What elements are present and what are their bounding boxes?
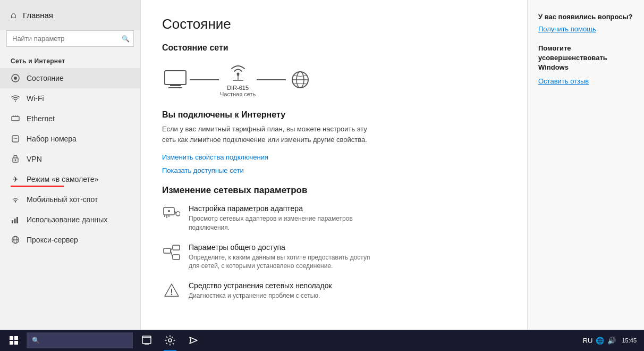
settings-item-sharing[interactable]: Параметры общего доступа Определите, к к… — [162, 243, 506, 271]
sidebar-item-datausage[interactable]: Использование данных — [0, 210, 140, 230]
help-link[interactable]: Получить помощь — [538, 25, 633, 33]
troubleshoot-title: Средство устранения сетевых неполадок — [189, 281, 332, 290]
search-icon: 🔍 — [122, 35, 130, 43]
language-icon: RU — [583, 337, 593, 345]
sidebar-item-proxy-label: Прокси-сервер — [27, 236, 78, 244]
airplane-icon: ✈ — [11, 175, 20, 183]
diagram-line-2 — [257, 79, 286, 80]
sidebar-item-status-label: Состояние — [27, 74, 64, 82]
svg-rect-2 — [12, 116, 19, 121]
connected-desc: Если у вас лимитный тарифный план, вы мо… — [162, 124, 375, 145]
svg-point-43 — [171, 294, 172, 295]
improve-title: Помогите усовершенствовать Windows — [538, 44, 633, 73]
sidebar-item-wifi-label: Wi-Fi — [27, 94, 44, 103]
sidebar-item-proxy[interactable]: Прокси-сервер — [0, 230, 140, 250]
taskbar-app-settings[interactable] — [158, 330, 182, 351]
svg-point-12 — [15, 201, 16, 203]
svg-point-33 — [168, 210, 170, 212]
right-panel: У вас появились вопросы? Получить помощь… — [527, 0, 644, 330]
underline-decoration — [11, 186, 64, 187]
settings-item-adapter[interactable]: Настройка параметров адаптера Просмотр с… — [162, 204, 506, 232]
taskbar: 🔍 RU 🌐 🔊 15:45 — [0, 330, 644, 351]
network-icon: 🌐 — [596, 337, 604, 345]
taskbar-apps — [135, 330, 581, 351]
sidebar-item-ethernet[interactable]: Ethernet — [0, 108, 140, 129]
sidebar-home-button[interactable]: ⌂ Главная — [0, 0, 140, 30]
svg-point-7 — [14, 138, 15, 139]
sidebar-item-datausage-label: Использование данных — [27, 215, 107, 224]
status-icon — [11, 74, 20, 82]
taskbar-clock: 15:45 — [622, 336, 637, 345]
svg-line-41 — [171, 250, 173, 257]
feedback-link[interactable]: Оставить отзыв — [538, 77, 633, 85]
settings-item-troubleshoot[interactable]: Средство устранения сетевых неполадок Ди… — [162, 281, 506, 300]
sidebar-item-vpn-label: VPN — [27, 155, 42, 163]
svg-point-8 — [15, 138, 16, 139]
adapter-icon — [162, 204, 181, 223]
network-diagram: DIR-615 Частная сеть — [162, 62, 506, 97]
diagram-computer — [162, 70, 189, 90]
change-connection-link[interactable]: Изменить свойства подключения — [162, 153, 506, 161]
search-input[interactable] — [6, 30, 134, 47]
sidebar-category-label: Сеть и Интернет — [0, 51, 140, 68]
sharing-icon — [162, 243, 181, 262]
taskbar-app-3[interactable] — [182, 330, 205, 351]
available-networks-link[interactable]: Показать доступные сети — [162, 166, 506, 174]
taskbar-time: 15:45 — [622, 336, 637, 345]
volume-icon: 🔊 — [607, 337, 616, 345]
sidebar-item-ethernet-label: Ethernet — [27, 114, 55, 123]
adapter-desc: Просмотр сетевых адаптеров и изменение п… — [189, 214, 380, 232]
taskbar-app-1[interactable] — [135, 330, 158, 351]
svg-rect-13 — [12, 220, 13, 223]
svg-rect-37 — [164, 248, 171, 253]
router-icon — [225, 62, 251, 82]
sharing-title: Параметры общего доступа — [189, 243, 380, 252]
page-title: Состояние — [162, 16, 506, 32]
diagram-line-1 — [190, 79, 219, 80]
diagram-router: DIR-615 Частная сеть — [220, 62, 256, 97]
sidebar: ⌂ Главная 🔍 Сеть и Интернет Состояние — [0, 0, 141, 330]
sidebar-item-status[interactable]: Состояние — [0, 68, 140, 88]
svg-rect-45 — [14, 336, 18, 340]
hotspot-icon — [11, 195, 20, 204]
proxy-icon — [11, 236, 20, 244]
change-settings-title: Изменение сетевых параметров — [162, 185, 506, 196]
taskbar-system-icons: RU 🌐 🔊 — [581, 337, 618, 345]
sidebar-item-dialup[interactable]: Набор номера — [0, 129, 140, 149]
troubleshoot-icon — [162, 281, 181, 300]
svg-rect-38 — [173, 245, 180, 250]
svg-point-9 — [16, 138, 18, 139]
sidebar-search-container: 🔍 — [6, 30, 134, 47]
sidebar-item-airplane-label: Режим «в самолете» — [27, 175, 98, 183]
sidebar-item-airplane[interactable]: ✈ Режим «в самолете» — [0, 169, 140, 189]
adapter-text: Настройка параметров адаптера Просмотр с… — [189, 204, 380, 232]
sidebar-item-wifi[interactable]: Wi-Fi — [0, 88, 140, 108]
computer-icon — [162, 70, 189, 90]
svg-point-26 — [236, 73, 239, 76]
sidebar-item-hotspot[interactable]: Мобильный хот-спот — [0, 189, 140, 210]
main-content: Состояние Состояние сети — [141, 0, 527, 330]
svg-rect-15 — [16, 217, 18, 223]
svg-rect-46 — [10, 341, 13, 345]
svg-rect-47 — [14, 341, 18, 345]
wifi-icon — [11, 95, 20, 102]
home-icon: ⌂ — [11, 10, 16, 21]
vpn-icon — [11, 155, 20, 163]
sharing-text: Параметры общего доступа Определите, к к… — [189, 243, 380, 271]
start-button[interactable] — [3, 330, 24, 351]
connected-title: Вы подключены к Интернету — [162, 110, 506, 120]
sidebar-item-dialup-label: Набор номера — [27, 135, 77, 143]
taskbar-search[interactable]: 🔍 — [27, 332, 133, 348]
ethernet-icon — [11, 114, 20, 123]
sharing-desc: Определите, к каким данным вы хотите пре… — [189, 253, 380, 271]
router-name: DIR-615 — [227, 85, 249, 91]
dialup-icon — [11, 135, 20, 143]
svg-rect-48 — [142, 336, 151, 344]
sidebar-item-vpn[interactable]: VPN — [0, 149, 140, 169]
svg-point-52 — [168, 339, 172, 342]
taskbar-right: 15:45 — [622, 336, 641, 345]
adapter-title: Настройка параметров адаптера — [189, 204, 380, 213]
svg-point-31 — [176, 212, 180, 216]
network-status-title: Состояние сети — [162, 43, 506, 53]
troubleshoot-text: Средство устранения сетевых неполадок Ди… — [189, 281, 332, 300]
